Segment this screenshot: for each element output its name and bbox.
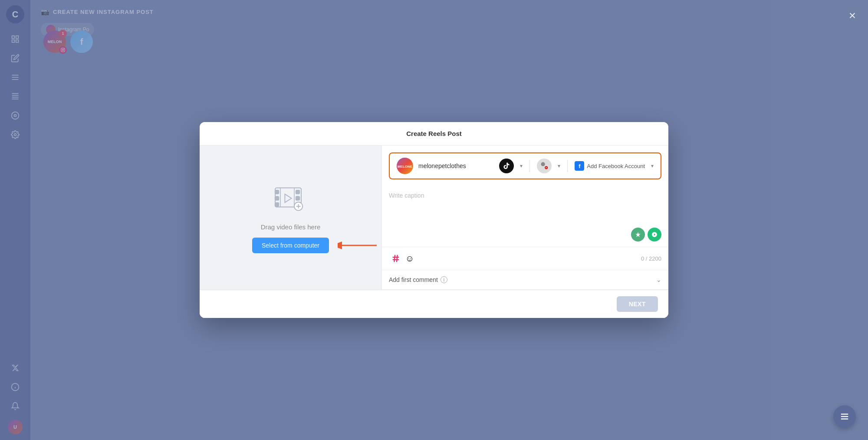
modal-body: Drag video files here Select from comput… [200,146,668,290]
svg-rect-25 [296,197,299,200]
caption-toolbar: ☺ 0 / 2200 [382,247,668,270]
first-comment-row[interactable]: Add first comment i ⌄ [382,270,668,290]
account-name-label: melonepetclothes [418,162,494,169]
screen-close-button[interactable]: × [849,9,856,23]
first-comment-label: Add first comment i [389,276,656,283]
caption-panel: MELONE melonepetclothes ▾ [382,146,668,290]
modal-overlay: Create Reels Post [0,0,868,440]
modal-footer: NEXT [200,290,668,318]
youtube-dropdown-arrow[interactable]: ▾ [558,163,560,169]
caption-placeholder: Write caption [389,192,424,199]
facebook-icon: f [575,161,584,171]
select-from-computer-button[interactable]: Select from computer [252,238,329,253]
svg-text:MELONE: MELONE [398,165,413,169]
divider2 [567,160,568,172]
upload-panel: Drag video files here Select from comput… [200,146,382,290]
add-facebook-area[interactable]: f Add Facebook Account [575,161,645,171]
ai-buttons-group [631,228,661,242]
svg-line-43 [394,255,395,262]
hashtag-button[interactable] [389,251,403,265]
select-btn-wrapper: Select from computer [252,238,329,253]
svg-line-44 [397,255,398,262]
divider [529,160,530,172]
emoji-button[interactable]: ☺ [403,251,417,265]
modal-dialog: Create Reels Post [200,122,668,318]
youtube-account-icon [537,159,552,173]
tiktok-dropdown-arrow[interactable]: ▾ [520,163,523,169]
facebook-dropdown-arrow[interactable]: ▾ [651,163,654,169]
svg-marker-29 [285,194,291,202]
upload-icon [273,182,308,216]
svg-point-38 [541,162,545,166]
account-selector[interactable]: MELONE melonepetclothes ▾ [389,152,661,179]
chat-button[interactable] [833,405,856,428]
ai-assist-button-2[interactable] [648,228,661,242]
modal-title: Create Reels Post [406,130,462,137]
expand-first-comment-icon: ⌄ [656,276,661,283]
tiktok-account-icon [499,159,514,173]
next-button[interactable]: NEXT [617,296,658,312]
svg-rect-23 [275,203,279,206]
arrow-annotation [338,239,381,252]
caption-input-area[interactable]: Write caption [382,186,668,247]
char-count: 0 / 2200 [641,255,661,262]
svg-rect-22 [275,197,279,200]
svg-point-37 [539,161,549,171]
svg-rect-24 [296,190,299,194]
modal-header: Create Reels Post [200,122,668,146]
add-facebook-label: Add Facebook Account [587,163,645,169]
info-icon: i [441,276,447,283]
svg-rect-21 [275,190,279,194]
account-avatar: MELONE [397,158,413,174]
drag-text: Drag video files here [261,223,321,231]
ai-assist-button-1[interactable] [631,228,645,242]
